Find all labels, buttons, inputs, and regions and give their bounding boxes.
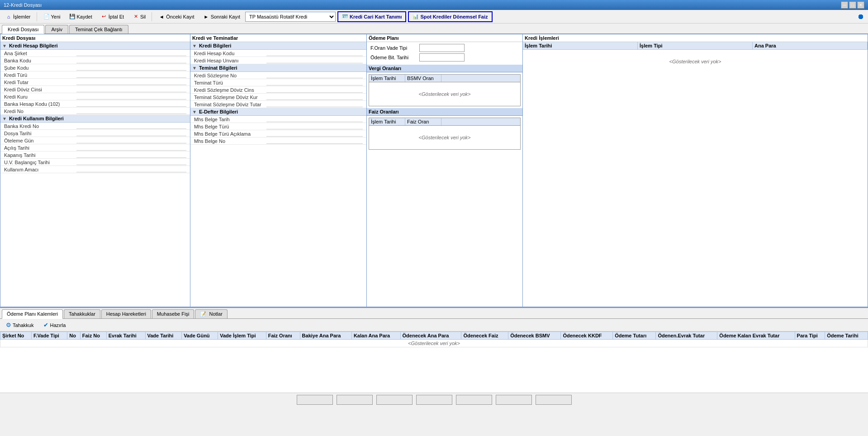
close-button[interactable]: ✕ [857, 1, 864, 9]
bsmv-oran-col: BSMV Oran [405, 75, 441, 82]
teminat-sozlesme-doviz-tutar-input[interactable] [266, 101, 363, 107]
teminat-bilgileri-header[interactable]: ▼ Teminat Bilgileri [190, 64, 366, 72]
odeme-plani-kalemleri-table: Şirket No F.Vade Tipi No Faiz No Evrak T… [0, 332, 868, 347]
kredi-turu-input[interactable] [76, 72, 186, 78]
kredi-sozlesme-no-input[interactable] [266, 72, 363, 78]
foran-vade-tipi-input[interactable] [419, 44, 465, 52]
kredi-bilgileri-header[interactable]: ▼ Kredi Bilgileri [190, 42, 366, 50]
faiz-oranlari-header: İşlem Tarihi Faiz Oran [369, 118, 520, 126]
sube-kodu-input[interactable] [76, 65, 186, 71]
tab-tahakkuklar[interactable]: Tahakkuklar [64, 309, 100, 318]
next-icon: ► [203, 13, 210, 20]
uv-baslangic-tarihi-input[interactable] [76, 159, 186, 165]
title-bar: 12-Kredi Dosyası ─ □ ✕ [0, 0, 868, 10]
kredi-kullanim-bilgileri-header[interactable]: ▼ Kredi Kullanım Bilgileri [0, 115, 190, 123]
kredi-tipi-combo[interactable]: TP Masaüstü Rotatif Kredi [245, 12, 336, 22]
mhs-belge-no-input[interactable] [266, 138, 363, 144]
oteleme-gun-input[interactable] [76, 137, 186, 143]
bottom-btn-6[interactable] [496, 395, 532, 405]
spot-krediler-button[interactable]: 📊 Spot Krediler Dönemsel Faiz [408, 11, 492, 22]
tab-hesap-hareketleri[interactable]: Hesap Hareketleri [101, 309, 151, 318]
bottom-btn-5[interactable] [456, 395, 492, 405]
tab-muhasebe-fisi[interactable]: Muhasebe Fişi [152, 309, 194, 318]
expand-toggle-4[interactable]: ▼ [192, 66, 197, 71]
tree-item: Mhs Belge No [190, 137, 366, 145]
kredi-hesap-unvani-input[interactable] [266, 57, 363, 63]
mhs-belge-turu-aciklama-input[interactable] [266, 131, 363, 137]
tab-arsiv[interactable]: Arşiv [45, 25, 68, 33]
col-faiz-orani: Faiz Oranı [266, 332, 300, 340]
expand-toggle-5[interactable]: ▼ [192, 109, 197, 114]
kredi-hesap-kodu-input[interactable] [266, 50, 363, 56]
faiz-empty: <Gösterilecek veri yok> [369, 126, 520, 149]
bottom-area: Ödeme Planı Kalemleri Tahakkuklar Hesap … [0, 307, 868, 407]
teminat-sozlesme-doviz-kur-input[interactable] [266, 94, 363, 100]
kredi-hesap-bilgileri-items: Ana Şirket Banka Kodu Şube Kodu Kredi Tü… [0, 50, 190, 115]
tree-item: Kredi Türü [0, 71, 190, 79]
tahakkuk-button[interactable]: ⚙ Tahakkuk [3, 320, 37, 330]
menu-kaydet[interactable]: 💾 Kaydet [66, 12, 95, 22]
menu-yeni[interactable]: 📄 Yeni [40, 12, 64, 22]
tree-item: Mhs Belge Türü [190, 123, 366, 130]
banka-kodu-input[interactable] [76, 57, 186, 63]
kredi-kuru-input[interactable] [76, 94, 186, 100]
tab-notlar[interactable]: 📝 Notlar [195, 309, 227, 318]
bottom-btn-2[interactable] [337, 395, 373, 405]
kredi-bilgileri-items: Kredi Hesap Kodu Kredi Hesap Unvanı [190, 50, 366, 64]
banka-hesap-kodu-input[interactable] [76, 101, 186, 107]
menu-onceki[interactable]: ◄ Önceki Kayıt [155, 12, 197, 22]
acilis-tarihi-input[interactable] [76, 145, 186, 151]
menu-sil[interactable]: ✕ Sil [129, 12, 149, 22]
faiz-oranlari-grid: İşlem Tarihi Faiz Oran <Gösterilecek ver… [369, 118, 521, 150]
tree-item: U.V. Başlangıç Tarihi [0, 159, 190, 166]
tab-teminat-cek[interactable]: Teminat Çek Bağlantı [69, 25, 128, 33]
kredi-tutar-input[interactable] [76, 79, 186, 85]
tab-kredi-dosyasi[interactable]: Kredi Dosyası [2, 25, 44, 34]
odeme-plani-panel: Ödeme Planı F.Oran Vade Tipi Ödeme Bit. … [367, 34, 523, 307]
expand-toggle-3[interactable]: ▼ [192, 43, 197, 48]
menu-iptal[interactable]: ↩ İptal Et [97, 12, 127, 22]
hazirla-button[interactable]: ✔ Hazırla [40, 320, 69, 330]
separator-1 [37, 12, 37, 21]
kredi-sozlesme-doviz-cins-input[interactable] [266, 87, 363, 93]
kredi-dosyasi-title: Kredi Dosyası [0, 34, 190, 42]
title-bar-controls: ─ □ ✕ [841, 1, 864, 9]
tree-item: Öteleme Gün [0, 137, 190, 144]
dosya-tarihi-input[interactable] [76, 130, 186, 136]
kapanis-tarihi-input[interactable] [76, 152, 186, 158]
bottom-toolbar: ⚙ Tahakkuk ✔ Hazırla [0, 319, 868, 332]
tree-item: Teminat Türü [190, 79, 366, 86]
bottom-btn-4[interactable] [416, 395, 452, 405]
menu-sonraki[interactable]: ► Sonraki Kayıt [199, 12, 243, 22]
teminat-turu-input[interactable] [266, 80, 363, 85]
minimize-button[interactable]: ─ [841, 1, 848, 9]
bottom-btn-3[interactable] [376, 395, 413, 405]
odeme-bit-tarihi-input[interactable] [419, 53, 465, 62]
main-tab-bar: Kredi Dosyası Arşiv Teminat Çek Bağlantı [0, 24, 868, 34]
mhs-belge-turu-input[interactable] [266, 123, 363, 129]
save-icon: 💾 [69, 13, 76, 20]
col-odenecek-ana-para: Ödenecek Ana Para [400, 332, 461, 340]
odeme-plani-title: Ödeme Planı [367, 34, 522, 42]
tree-item: Kredi Kuru [0, 93, 190, 100]
kredi-hesap-bilgileri-header[interactable]: ▼ Kredi Hesap Bilgileri [0, 42, 190, 50]
kredi-doviz-cinsi-input[interactable] [76, 86, 186, 92]
bottom-btn-1[interactable] [297, 395, 333, 405]
expand-toggle-2[interactable]: ▼ [2, 116, 7, 121]
kullanim-amaci-input[interactable] [76, 166, 186, 172]
banka-kredi-no-input[interactable] [76, 123, 186, 129]
hazirla-icon: ✔ [43, 322, 48, 328]
bottom-btn-7[interactable] [536, 395, 572, 405]
col-bakiye-ana-para: Bakiye Ana Para [300, 332, 351, 340]
tab-odeme-plani-kalemleri[interactable]: Ödeme Planı Kalemleri [2, 309, 63, 319]
kredi-islemleri-header: İşlem Tarihi İşlem Tipi Ana Para [523, 42, 868, 50]
kredi-cari-kart-button[interactable]: 🪪 Kredi Cari Kart Tanımı [337, 11, 406, 22]
kredi-no-input[interactable] [76, 108, 186, 114]
menu-islemler[interactable]: ⌂ İşlemler [2, 12, 34, 22]
home-icon: ⌂ [5, 13, 12, 20]
edefter-bilgileri-header[interactable]: ▼ E-Defter Bilgileri [190, 108, 366, 116]
mhs-belge-tarih-input[interactable] [266, 116, 363, 122]
ana-sirket-input[interactable] [76, 50, 186, 56]
maximize-button[interactable]: □ [849, 1, 856, 9]
expand-toggle-1[interactable]: ▼ [2, 43, 7, 48]
